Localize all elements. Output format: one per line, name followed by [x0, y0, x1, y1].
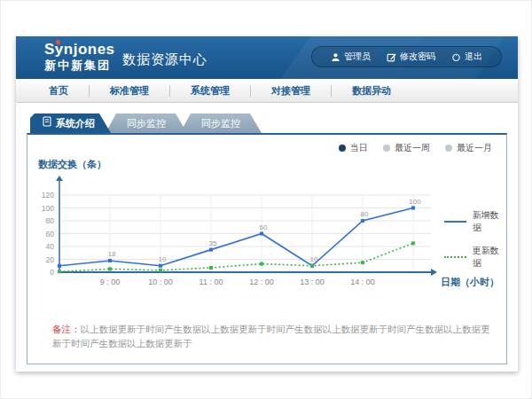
chart-area: 0204060801001209 : 0010 : 0011 : 0012 : …: [27, 170, 512, 305]
document-icon: [43, 113, 51, 133]
radio-0[interactable]: 当日: [339, 142, 368, 154]
svg-text:100: 100: [42, 204, 54, 213]
line-chart: 0204060801001209 : 0010 : 0011 : 0012 : …: [27, 170, 512, 305]
userbar-item-label: 管理员: [344, 51, 371, 63]
svg-text:9 : 00: 9 : 00: [100, 278, 121, 286]
user-icon: [331, 52, 340, 62]
tab-bar: 系统介绍同步监控同步监控: [30, 113, 518, 133]
svg-text:60: 60: [260, 223, 268, 231]
userbar-item-label: 修改密码: [400, 51, 435, 63]
legend-item-0: 新增数据: [444, 209, 506, 234]
tab-label: 系统介绍: [56, 113, 95, 133]
logout-icon: [451, 52, 461, 62]
footnote: 备注：以上数据更新于时间产生数据以上数据更新于时间产生数据以上数据更新于时间产生…: [52, 323, 496, 351]
svg-text:14 : 00: 14 : 00: [350, 278, 375, 286]
chart-legend: 新增数据更新数据: [444, 209, 506, 270]
user-toolbar: 管理员修改密码退出: [311, 46, 502, 67]
y-axis-title: 数据交换（条）: [38, 158, 106, 171]
radio-label: 当日: [350, 142, 368, 154]
brand-logo-chinese: 新中新集团: [44, 59, 115, 72]
radio-label: 最近一周: [395, 142, 430, 154]
legend-label: 更新数据: [473, 245, 506, 270]
page-title: 数据资源中心: [122, 51, 207, 68]
svg-text:100: 100: [409, 198, 421, 206]
tab-0-active[interactable]: 系统介绍: [30, 113, 113, 133]
svg-text:40: 40: [46, 242, 55, 251]
brand-logo-text: Synjones: [44, 41, 115, 58]
svg-text:13 : 00: 13 : 00: [300, 278, 325, 286]
svg-text:120: 120: [42, 191, 54, 200]
svg-text:60: 60: [46, 230, 55, 239]
radio-label: 最近一月: [457, 142, 492, 154]
userbar-item-label: 退出: [465, 51, 482, 63]
svg-text:10: 10: [159, 255, 167, 263]
nav-item-3[interactable]: 对接管理: [251, 79, 331, 102]
svg-text:20: 20: [46, 255, 55, 264]
svg-text:日期（小时）: 日期（小时）: [441, 277, 499, 288]
brand-logo-wordmark: Synjones: [44, 42, 115, 58]
radio-1[interactable]: 最近一周: [383, 142, 430, 154]
svg-text:35: 35: [209, 239, 217, 247]
legend-swatch: [444, 256, 466, 258]
nav-item-2[interactable]: 系统管理: [170, 79, 250, 102]
nav-item-4[interactable]: 数据异动: [332, 79, 411, 102]
radio-dot: [445, 145, 452, 152]
svg-text:11 : 00: 11 : 00: [200, 278, 223, 286]
edit-icon: [387, 52, 396, 62]
brand-logo: Synjones 新中新集团: [44, 42, 115, 71]
app-window: Synjones 新中新集团 数据资源中心 管理员修改密码退出 首页标准管理系统…: [16, 36, 518, 372]
screenshot-root: Synjones 新中新集团 数据资源中心 管理员修改密码退出 首页标准管理系统…: [0, 0, 532, 399]
legend-item-1: 更新数据: [444, 245, 506, 270]
userbar-item-admin[interactable]: 管理员: [323, 51, 379, 63]
tab-label: 同步监控: [127, 118, 166, 129]
content-panel: 当日最近一周最近一月 数据交换（条） 0204060801001209 : 00…: [27, 133, 507, 364]
footnote-prefix: 备注：: [52, 324, 81, 334]
radio-dot: [383, 145, 390, 152]
time-range-filters: 当日最近一周最近一月: [339, 142, 492, 154]
userbar-item-logout[interactable]: 退出: [443, 51, 490, 63]
svg-text:80: 80: [361, 210, 369, 218]
svg-text:18: 18: [108, 250, 116, 258]
userbar-item-change-password[interactable]: 修改密码: [379, 51, 443, 63]
svg-text:12 : 00: 12 : 00: [249, 278, 274, 286]
svg-text:10: 10: [310, 255, 318, 263]
footnote-text: 以上数据更新于时间产生数据以上数据更新于时间产生数据以上数据更新于时间产生数据以…: [52, 324, 490, 348]
tab-label: 同步监控: [201, 118, 240, 129]
legend-swatch: [444, 221, 466, 223]
nav-item-1[interactable]: 标准管理: [90, 79, 169, 102]
tab-1[interactable]: 同步监控: [106, 113, 187, 133]
svg-text:10 : 00: 10 : 00: [148, 278, 173, 286]
svg-text:0: 0: [50, 268, 54, 277]
legend-label: 新增数据: [473, 209, 506, 234]
main-nav: 首页标准管理系统管理对接管理数据异动: [16, 79, 518, 103]
radio-2[interactable]: 最近一月: [445, 142, 492, 154]
app-header: Synjones 新中新集团 数据资源中心 管理员修改密码退出: [16, 36, 518, 79]
nav-item-0[interactable]: 首页: [28, 79, 89, 102]
radio-dot: [339, 145, 346, 152]
tab-2[interactable]: 同步监控: [180, 113, 262, 133]
svg-text:80: 80: [46, 216, 55, 225]
